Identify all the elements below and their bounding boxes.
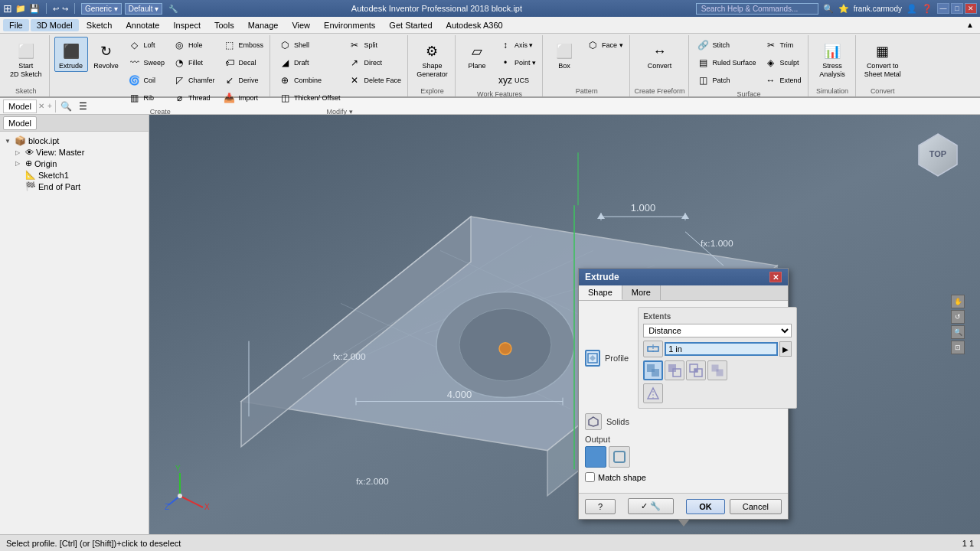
surface-output-btn[interactable]	[609, 446, 630, 468]
viewport[interactable]: 1.000 fx:1.000 fx:2.000 4.000 fx:2.000	[149, 115, 980, 534]
sculpt-btn[interactable]: ◈ Sculpt	[761, 54, 805, 71]
ruled-surface-btn[interactable]: ▤ Ruled Surface	[694, 54, 760, 71]
revolve-btn[interactable]: ↻ Revolve	[90, 37, 123, 72]
coil-btn[interactable]: 🌀 Coil	[125, 72, 168, 89]
menu-autodesk360[interactable]: Autodesk A360	[440, 19, 509, 31]
model-menu-btn[interactable]: ☰	[76, 99, 91, 114]
menu-manage[interactable]: Manage	[242, 19, 285, 31]
menu-3dmodel[interactable]: 3D Model	[31, 19, 79, 31]
axis-btn[interactable]: ↕ Axis ▾	[495, 37, 539, 54]
ok-btn[interactable]: OK	[686, 499, 725, 514]
new-solid-btn[interactable]	[707, 360, 727, 380]
cut-btn[interactable]	[665, 360, 684, 380]
extrude-dialog[interactable]: Extrude ✕ Shape More Profile	[578, 268, 789, 520]
menu-environments[interactable]: Environments	[318, 19, 381, 31]
default-dropdown[interactable]: Default ▾	[125, 3, 162, 15]
model-tab[interactable]: Model	[3, 99, 37, 113]
search-box[interactable]: Search Help & Commands...	[696, 3, 818, 15]
close-btn[interactable]: ✕	[965, 3, 977, 14]
menu-sketch[interactable]: Sketch	[80, 19, 119, 31]
checkmark-btn[interactable]: ✓ 🔧	[628, 498, 674, 514]
tree-item-origin[interactable]: ▷ ⊕ Origin	[3, 158, 145, 169]
box-btn[interactable]: ⬜ Box	[547, 37, 581, 72]
redo-icon[interactable]: ↪	[62, 5, 68, 13]
solids-selector-btn[interactable]	[585, 413, 602, 430]
extend-btn[interactable]: ↔ Extend	[761, 72, 805, 89]
draft-btn[interactable]: ◢ Draft	[275, 54, 343, 71]
stitch-btn[interactable]: 🔗 Stitch	[694, 37, 760, 54]
extents-arrow-btn[interactable]: ▶	[779, 341, 792, 357]
tree-item-endofpart[interactable]: 🏁 End of Part	[3, 181, 145, 192]
undo-icon[interactable]: ↩	[53, 5, 59, 13]
convert-freeform-btn[interactable]: ↔ Convert	[643, 37, 677, 72]
plane-btn[interactable]: ▱ Plane	[460, 37, 494, 72]
search-icon[interactable]: 🔍	[823, 4, 834, 14]
menu-inspect[interactable]: Inspect	[168, 19, 207, 31]
point-btn[interactable]: • Point ▾	[495, 54, 539, 71]
hole-btn[interactable]: ◎ Hole	[169, 37, 218, 54]
extrude-btn[interactable]: ⬛ Extrude	[54, 37, 88, 72]
convert-sheet-metal-btn[interactable]: ▦ Convert toSheet Metal	[861, 37, 905, 81]
nav-zoom-btn[interactable]: 🔍	[951, 325, 965, 339]
new-tab-btn[interactable]: +	[47, 102, 52, 110]
intersect-btn[interactable]	[686, 360, 706, 380]
tree-item-block[interactable]: ▼ 📦 block.ipt	[3, 135, 145, 147]
menu-file[interactable]: File	[3, 19, 29, 31]
start-2d-sketch-btn[interactable]: ⬜ Start2D Sketch	[6, 37, 46, 81]
join-btn[interactable]	[643, 360, 663, 380]
solid-output-btn[interactable]	[585, 446, 606, 468]
loft-btn[interactable]: ◇ Loft	[125, 37, 168, 54]
view-cube[interactable]: TOP	[911, 130, 965, 184]
thicken-btn[interactable]: ◫ Thicken/ Offset	[275, 90, 343, 106]
delete-face-btn[interactable]: ✕ Delete Face	[345, 72, 404, 89]
split-btn[interactable]: ✂ Split	[345, 37, 404, 54]
profile-selector-btn[interactable]	[585, 350, 600, 367]
dialog-tab-shape[interactable]: Shape	[579, 285, 622, 300]
bookmark-icon[interactable]: ⭐	[838, 4, 849, 14]
ucs-btn[interactable]: xyz UCS	[495, 72, 539, 89]
tree-item-sketch1[interactable]: 📐 Sketch1	[3, 169, 145, 181]
patch-btn[interactable]: ◫ Patch	[694, 72, 760, 89]
thread-btn[interactable]: ⌀ Thread	[169, 90, 218, 106]
menu-tools[interactable]: Tools	[208, 19, 240, 31]
dialog-close-btn[interactable]: ✕	[769, 272, 782, 282]
close-model-tab[interactable]: ✕	[38, 102, 44, 110]
minimize-btn[interactable]: —	[937, 3, 949, 14]
nav-pan-btn[interactable]: ✋	[951, 295, 965, 308]
nav-fit-btn[interactable]: ⊡	[951, 341, 965, 354]
shell-btn[interactable]: ⬡ Shell	[275, 37, 343, 54]
emboss-btn[interactable]: ⬚ Emboss	[220, 37, 267, 54]
menu-view[interactable]: View	[286, 19, 316, 31]
face-btn[interactable]: ⬡ Face ▾	[583, 37, 626, 54]
menu-getstarted[interactable]: Get Started	[383, 19, 438, 31]
tree-item-view[interactable]: ▷ 👁 View: Master	[3, 147, 145, 158]
extents-value-input[interactable]	[665, 342, 778, 356]
stress-analysis-btn[interactable]: 📊 StressAnalysis	[815, 37, 849, 81]
help-icon[interactable]: ❓	[922, 4, 933, 14]
direct-btn[interactable]: ↗ Direct	[345, 54, 404, 71]
extents-dropdown[interactable]: Distance To To Next Between All	[643, 324, 792, 337]
shape-generator-btn[interactable]: ⚙ ShapeGenerator	[413, 37, 452, 81]
generic-dropdown[interactable]: Generic ▾	[81, 3, 122, 15]
decal-btn[interactable]: 🏷 Decal	[220, 54, 267, 71]
extents-icon-btn[interactable]	[643, 341, 663, 357]
import-btn[interactable]: 📥 Import	[220, 90, 267, 106]
rib-btn[interactable]: ▥ Rib	[125, 90, 168, 106]
combine-btn[interactable]: ⊕ Combine	[275, 72, 343, 89]
help-button[interactable]: ?	[585, 499, 616, 514]
dialog-tab-more[interactable]: More	[622, 285, 661, 300]
trim-btn[interactable]: ✂ Trim	[761, 37, 805, 54]
menu-annotate[interactable]: Annotate	[119, 19, 165, 31]
maximize-btn[interactable]: □	[951, 3, 963, 14]
ribbon-collapse-btn[interactable]: ▲	[963, 21, 977, 29]
cancel-btn[interactable]: Cancel	[730, 499, 782, 514]
derive-btn[interactable]: ↙ Derive	[220, 72, 267, 89]
taper-btn[interactable]	[643, 383, 663, 403]
match-shape-checkbox[interactable]	[585, 472, 595, 482]
fillet-btn[interactable]: ◔ Fillet	[169, 54, 218, 71]
search-model-btn[interactable]: 🔍	[59, 99, 74, 114]
chamfer-btn[interactable]: ◸ Chamfer	[169, 72, 218, 89]
nav-rotate-btn[interactable]: ↺	[951, 310, 965, 324]
sweep-btn[interactable]: 〰 Sweep	[125, 54, 168, 71]
sidebar-tab-model[interactable]: Model	[3, 116, 37, 130]
